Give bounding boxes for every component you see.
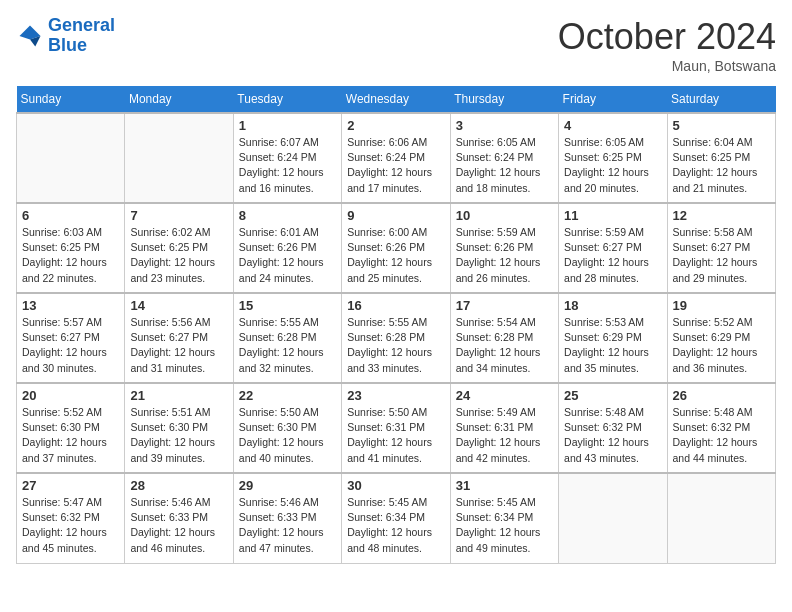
calendar-cell: 9Sunrise: 6:00 AM Sunset: 6:26 PM Daylig… [342, 203, 450, 293]
calendar-cell: 10Sunrise: 5:59 AM Sunset: 6:26 PM Dayli… [450, 203, 558, 293]
calendar-cell [125, 113, 233, 203]
day-number: 6 [22, 208, 119, 223]
day-number: 19 [673, 298, 770, 313]
calendar-cell: 27Sunrise: 5:47 AM Sunset: 6:32 PM Dayli… [17, 473, 125, 563]
calendar-cell: 8Sunrise: 6:01 AM Sunset: 6:26 PM Daylig… [233, 203, 341, 293]
day-info: Sunrise: 5:45 AM Sunset: 6:34 PM Dayligh… [347, 495, 444, 556]
day-info: Sunrise: 5:45 AM Sunset: 6:34 PM Dayligh… [456, 495, 553, 556]
day-info: Sunrise: 5:59 AM Sunset: 6:27 PM Dayligh… [564, 225, 661, 286]
day-number: 29 [239, 478, 336, 493]
weekday-header: Tuesday [233, 86, 341, 113]
calendar-cell: 12Sunrise: 5:58 AM Sunset: 6:27 PM Dayli… [667, 203, 775, 293]
day-number: 1 [239, 118, 336, 133]
calendar-cell: 14Sunrise: 5:56 AM Sunset: 6:27 PM Dayli… [125, 293, 233, 383]
calendar-cell: 2Sunrise: 6:06 AM Sunset: 6:24 PM Daylig… [342, 113, 450, 203]
calendar-table: SundayMondayTuesdayWednesdayThursdayFrid… [16, 86, 776, 564]
calendar-cell: 3Sunrise: 6:05 AM Sunset: 6:24 PM Daylig… [450, 113, 558, 203]
day-number: 28 [130, 478, 227, 493]
logo-text: General Blue [48, 16, 115, 56]
day-info: Sunrise: 6:06 AM Sunset: 6:24 PM Dayligh… [347, 135, 444, 196]
day-info: Sunrise: 5:49 AM Sunset: 6:31 PM Dayligh… [456, 405, 553, 466]
day-info: Sunrise: 6:02 AM Sunset: 6:25 PM Dayligh… [130, 225, 227, 286]
day-info: Sunrise: 6:00 AM Sunset: 6:26 PM Dayligh… [347, 225, 444, 286]
day-number: 14 [130, 298, 227, 313]
day-info: Sunrise: 5:58 AM Sunset: 6:27 PM Dayligh… [673, 225, 770, 286]
calendar-cell: 24Sunrise: 5:49 AM Sunset: 6:31 PM Dayli… [450, 383, 558, 473]
weekday-header: Monday [125, 86, 233, 113]
day-number: 8 [239, 208, 336, 223]
weekday-header: Friday [559, 86, 667, 113]
calendar-cell: 1Sunrise: 6:07 AM Sunset: 6:24 PM Daylig… [233, 113, 341, 203]
calendar-cell: 11Sunrise: 5:59 AM Sunset: 6:27 PM Dayli… [559, 203, 667, 293]
day-number: 4 [564, 118, 661, 133]
day-number: 16 [347, 298, 444, 313]
day-number: 18 [564, 298, 661, 313]
day-number: 17 [456, 298, 553, 313]
day-info: Sunrise: 5:50 AM Sunset: 6:30 PM Dayligh… [239, 405, 336, 466]
week-row: 1Sunrise: 6:07 AM Sunset: 6:24 PM Daylig… [17, 113, 776, 203]
day-number: 5 [673, 118, 770, 133]
calendar-cell: 13Sunrise: 5:57 AM Sunset: 6:27 PM Dayli… [17, 293, 125, 383]
day-info: Sunrise: 5:48 AM Sunset: 6:32 PM Dayligh… [564, 405, 661, 466]
day-number: 31 [456, 478, 553, 493]
calendar-cell: 21Sunrise: 5:51 AM Sunset: 6:30 PM Dayli… [125, 383, 233, 473]
calendar-cell: 6Sunrise: 6:03 AM Sunset: 6:25 PM Daylig… [17, 203, 125, 293]
day-number: 13 [22, 298, 119, 313]
day-info: Sunrise: 5:52 AM Sunset: 6:29 PM Dayligh… [673, 315, 770, 376]
day-info: Sunrise: 5:50 AM Sunset: 6:31 PM Dayligh… [347, 405, 444, 466]
day-info: Sunrise: 5:46 AM Sunset: 6:33 PM Dayligh… [130, 495, 227, 556]
calendar-cell: 20Sunrise: 5:52 AM Sunset: 6:30 PM Dayli… [17, 383, 125, 473]
weekday-header: Wednesday [342, 86, 450, 113]
day-info: Sunrise: 5:55 AM Sunset: 6:28 PM Dayligh… [347, 315, 444, 376]
day-info: Sunrise: 5:52 AM Sunset: 6:30 PM Dayligh… [22, 405, 119, 466]
calendar-cell: 30Sunrise: 5:45 AM Sunset: 6:34 PM Dayli… [342, 473, 450, 563]
day-number: 23 [347, 388, 444, 403]
day-number: 20 [22, 388, 119, 403]
day-number: 3 [456, 118, 553, 133]
month-title: October 2024 [558, 16, 776, 58]
week-row: 6Sunrise: 6:03 AM Sunset: 6:25 PM Daylig… [17, 203, 776, 293]
day-number: 2 [347, 118, 444, 133]
calendar-cell: 19Sunrise: 5:52 AM Sunset: 6:29 PM Dayli… [667, 293, 775, 383]
logo-icon [16, 22, 44, 50]
page-header: General Blue October 2024 Maun, Botswana [16, 16, 776, 74]
calendar-cell: 25Sunrise: 5:48 AM Sunset: 6:32 PM Dayli… [559, 383, 667, 473]
calendar-cell [17, 113, 125, 203]
calendar-cell [559, 473, 667, 563]
week-row: 13Sunrise: 5:57 AM Sunset: 6:27 PM Dayli… [17, 293, 776, 383]
title-block: October 2024 Maun, Botswana [558, 16, 776, 74]
week-row: 27Sunrise: 5:47 AM Sunset: 6:32 PM Dayli… [17, 473, 776, 563]
header-row: SundayMondayTuesdayWednesdayThursdayFrid… [17, 86, 776, 113]
calendar-cell: 23Sunrise: 5:50 AM Sunset: 6:31 PM Dayli… [342, 383, 450, 473]
calendar-cell: 22Sunrise: 5:50 AM Sunset: 6:30 PM Dayli… [233, 383, 341, 473]
logo: General Blue [16, 16, 115, 56]
day-number: 10 [456, 208, 553, 223]
calendar-cell [667, 473, 775, 563]
day-info: Sunrise: 6:03 AM Sunset: 6:25 PM Dayligh… [22, 225, 119, 286]
day-info: Sunrise: 6:05 AM Sunset: 6:25 PM Dayligh… [564, 135, 661, 196]
day-number: 11 [564, 208, 661, 223]
day-info: Sunrise: 5:59 AM Sunset: 6:26 PM Dayligh… [456, 225, 553, 286]
calendar-cell: 16Sunrise: 5:55 AM Sunset: 6:28 PM Dayli… [342, 293, 450, 383]
day-info: Sunrise: 6:05 AM Sunset: 6:24 PM Dayligh… [456, 135, 553, 196]
weekday-header: Saturday [667, 86, 775, 113]
weekday-header: Sunday [17, 86, 125, 113]
calendar-cell: 29Sunrise: 5:46 AM Sunset: 6:33 PM Dayli… [233, 473, 341, 563]
day-number: 21 [130, 388, 227, 403]
day-info: Sunrise: 5:47 AM Sunset: 6:32 PM Dayligh… [22, 495, 119, 556]
day-info: Sunrise: 5:51 AM Sunset: 6:30 PM Dayligh… [130, 405, 227, 466]
day-info: Sunrise: 5:46 AM Sunset: 6:33 PM Dayligh… [239, 495, 336, 556]
calendar-cell: 4Sunrise: 6:05 AM Sunset: 6:25 PM Daylig… [559, 113, 667, 203]
calendar-cell: 31Sunrise: 5:45 AM Sunset: 6:34 PM Dayli… [450, 473, 558, 563]
day-number: 25 [564, 388, 661, 403]
location: Maun, Botswana [558, 58, 776, 74]
calendar-cell: 18Sunrise: 5:53 AM Sunset: 6:29 PM Dayli… [559, 293, 667, 383]
week-row: 20Sunrise: 5:52 AM Sunset: 6:30 PM Dayli… [17, 383, 776, 473]
day-info: Sunrise: 5:56 AM Sunset: 6:27 PM Dayligh… [130, 315, 227, 376]
day-info: Sunrise: 5:48 AM Sunset: 6:32 PM Dayligh… [673, 405, 770, 466]
weekday-header: Thursday [450, 86, 558, 113]
day-number: 9 [347, 208, 444, 223]
day-info: Sunrise: 5:57 AM Sunset: 6:27 PM Dayligh… [22, 315, 119, 376]
day-info: Sunrise: 5:53 AM Sunset: 6:29 PM Dayligh… [564, 315, 661, 376]
calendar-cell: 15Sunrise: 5:55 AM Sunset: 6:28 PM Dayli… [233, 293, 341, 383]
